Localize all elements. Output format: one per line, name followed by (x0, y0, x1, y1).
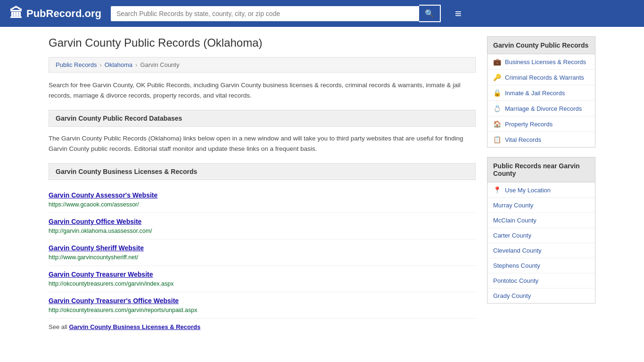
sidebar-item-label: Marriage & Divorce Records (505, 105, 582, 112)
record-entry: Garvin County Office Website http://garv… (49, 213, 476, 239)
sidebar-icon-1: 🔑 (493, 74, 501, 81)
nearby-county-cleveland-county[interactable]: Cleveland County (487, 243, 595, 258)
search-area: 🔍 (111, 5, 441, 22)
nearby-county-murray-county[interactable]: Murray County (487, 198, 595, 213)
see-all-link[interactable]: Garvin County Business Licenses & Record… (69, 323, 200, 330)
sidebar-item-inmate--jail-records[interactable]: 🔒 Inmate & Jail Records (487, 85, 595, 101)
sidebar-nearby-title: Public Records near Garvin County (487, 157, 595, 182)
main-layout: Garvin County Public Records (Oklahoma) … (39, 27, 605, 340)
business-section-header: Garvin County Business Licenses & Record… (49, 163, 476, 180)
location-pin-icon: 📍 (493, 186, 501, 194)
record-url[interactable]: http://okcountytreasurers.com/garvin/ind… (49, 280, 173, 287)
record-url[interactable]: http://okcountytreasurers.com/garvin/rep… (49, 307, 197, 313)
record-title[interactable]: Garvin County Treasurer's Office Website (49, 297, 476, 304)
record-url[interactable]: http://garvin.oklahoma.usassessor.com/ (49, 228, 152, 234)
sidebar-nearby-section: 📍 Use My Location Murray CountyMcClain C… (487, 182, 595, 304)
menu-icon[interactable]: ≡ (455, 7, 462, 20)
sidebar-item-criminal-records--warrants[interactable]: 🔑 Criminal Records & Warrants (487, 70, 595, 85)
sidebar-item-label: Inmate & Jail Records (505, 90, 565, 97)
use-location-link[interactable]: Use My Location (505, 187, 551, 194)
record-entry: Garvin County Sheriff Website http://www… (49, 239, 476, 266)
sidebar-item-business-licenses--records[interactable]: 💼 Business Licenses & Records (487, 54, 595, 70)
nearby-county-link[interactable]: Pontotoc County (493, 277, 538, 284)
record-title[interactable]: Garvin County Assessor's Website (49, 191, 476, 199)
nearby-county-pontotoc-county[interactable]: Pontotoc County (487, 273, 595, 288)
records-list: Garvin County Assessor's Website https:/… (49, 187, 476, 319)
sidebar-icon-3: 💍 (493, 105, 501, 112)
sidebar-item-label: Vital Records (505, 136, 541, 143)
nearby-county-mcclain-county[interactable]: McClain County (487, 213, 595, 228)
content-area: Garvin County Public Records (Oklahoma) … (49, 36, 476, 330)
nearby-county-link[interactable]: Carter County (493, 232, 531, 239)
db-description: The Garvin County Public Records (Oklaho… (49, 133, 476, 154)
site-header: 🏛 PubRecord.org 🔍 ≡ (0, 0, 644, 27)
sidebar-item-vital-records[interactable]: 📋 Vital Records (487, 132, 595, 147)
nearby-county-stephens-county[interactable]: Stephens County (487, 258, 595, 273)
use-my-location[interactable]: 📍 Use My Location (487, 182, 595, 198)
breadcrumb-oklahoma[interactable]: Oklahoma (105, 61, 132, 68)
search-button[interactable]: 🔍 (419, 5, 441, 22)
record-title[interactable]: Garvin County Office Website (49, 218, 476, 225)
sidebar-icon-5: 📋 (493, 136, 501, 143)
record-title[interactable]: Garvin County Sheriff Website (49, 244, 476, 252)
sidebar: Garvin County Public Records 💼 Business … (487, 36, 595, 330)
breadcrumb-public-records[interactable]: Public Records (56, 61, 97, 68)
nearby-county-link[interactable]: Stephens County (493, 262, 540, 269)
record-entry: Garvin County Assessor's Website https:/… (49, 187, 476, 213)
sidebar-public-records-section: 💼 Business Licenses & Records 🔑 Criminal… (487, 54, 595, 148)
sidebar-item-marriage--divorce-records[interactable]: 💍 Marriage & Divorce Records (487, 101, 595, 116)
nearby-counties-list: Murray CountyMcClain CountyCarter County… (487, 198, 595, 303)
page-title: Garvin County Public Records (Oklahoma) (49, 36, 476, 49)
sidebar-public-records-title: Garvin County Public Records (487, 36, 595, 54)
sidebar-item-label: Property Records (505, 121, 553, 128)
nearby-county-grady-county[interactable]: Grady County (487, 288, 595, 303)
record-entry: Garvin County Treasurer Website http://o… (49, 266, 476, 292)
logo-text: PubRecord.org (26, 8, 101, 20)
sidebar-icon-2: 🔒 (493, 89, 501, 97)
sidebar-item-label: Business Licenses & Records (505, 58, 586, 66)
nearby-county-link[interactable]: Grady County (493, 292, 531, 299)
see-all-section: See all Garvin County Business Licenses … (49, 323, 476, 330)
sidebar-icon-4: 🏠 (493, 120, 501, 128)
record-url[interactable]: http://www.garvincountysheriff.net/ (49, 254, 138, 261)
nearby-county-link[interactable]: McClain County (493, 217, 537, 224)
breadcrumb-county: Garvin County (140, 61, 179, 68)
see-all-text: See all (49, 323, 69, 330)
databases-section-header: Garvin County Public Record Databases (49, 110, 476, 127)
sidebar-item-property-records[interactable]: 🏠 Property Records (487, 116, 595, 132)
nearby-county-link[interactable]: Cleveland County (493, 247, 542, 254)
breadcrumb: Public Records › Oklahoma › Garvin Count… (49, 57, 476, 73)
record-entry: Garvin County Treasurer's Office Website… (49, 292, 476, 319)
nearby-county-link[interactable]: Murray County (493, 202, 533, 209)
sidebar-item-label: Criminal Records & Warrants (505, 74, 584, 81)
nearby-county-carter-county[interactable]: Carter County (487, 228, 595, 243)
search-input[interactable] (111, 6, 419, 21)
logo-icon: 🏛 (9, 6, 23, 21)
record-url[interactable]: https://www.gcaook.com/assessor/ (49, 201, 139, 208)
record-title[interactable]: Garvin County Treasurer Website (49, 271, 476, 278)
logo[interactable]: 🏛 PubRecord.org (9, 6, 101, 21)
page-description: Search for free Garvin County, OK Public… (49, 80, 476, 100)
sidebar-icon-0: 💼 (493, 58, 501, 66)
